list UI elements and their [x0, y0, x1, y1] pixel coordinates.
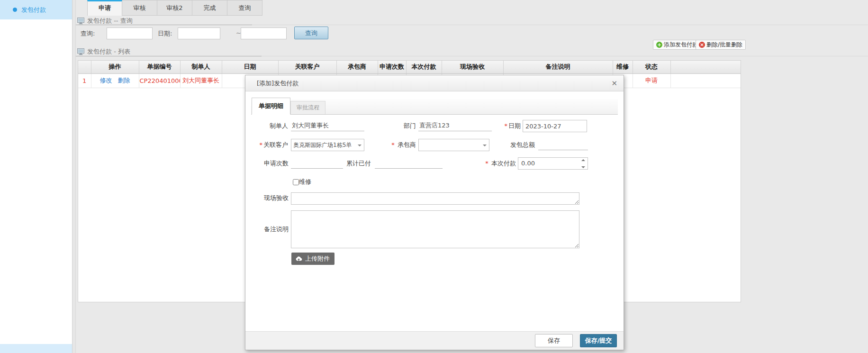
header-spacer: [670, 61, 741, 73]
delete-button-label: 删除/批量删除: [706, 41, 742, 49]
date-from-input[interactable]: [178, 27, 220, 39]
header-status: 状态: [633, 61, 670, 73]
date-to-input[interactable]: [241, 27, 287, 39]
row-doc-no: CP2204010001: [139, 73, 180, 88]
row-status: 申请: [633, 73, 670, 88]
client-select[interactable]: 奥克斯国际广场1栋5单: [291, 139, 364, 151]
save-submit-button[interactable]: 保存/提交: [580, 334, 617, 347]
header-creator: 制单人: [180, 61, 222, 73]
upload-button-label: 上传附件: [305, 254, 330, 263]
cross-circle-icon: ×: [699, 42, 705, 48]
dialog-title: [添加]发包付款: [257, 80, 298, 87]
client-select-value: 奥克斯国际广场1栋5单: [293, 142, 352, 148]
delete-batch-button[interactable]: × 删除/批量删除: [696, 40, 746, 50]
header-payment: 本次付款: [406, 61, 442, 73]
maker-label: 制单人: [245, 120, 288, 132]
repair-label: 维修: [299, 178, 311, 186]
list-section-title: 发包付款 - 列表: [87, 47, 130, 56]
tab-apply[interactable]: 申请: [87, 0, 122, 16]
row-creator: 刘大同董事长: [180, 73, 222, 88]
row-actions: 修改 删除: [91, 73, 139, 88]
header-rownum: [78, 61, 91, 73]
tab-review2[interactable]: 审核2: [157, 0, 192, 16]
keyword-input[interactable]: [107, 27, 153, 39]
tab-review[interactable]: 审核: [122, 0, 157, 16]
query-section-title: 发包付款 -- 查询: [87, 17, 133, 25]
date-label: 日期:: [158, 29, 172, 38]
paid-total-label: 累计已付: [324, 157, 371, 170]
header-date: 日期: [222, 61, 278, 73]
monitor-icon: [77, 48, 84, 55]
divider-line: [76, 56, 868, 56]
divider-line: [76, 25, 868, 25]
spinner-up-icon[interactable]: [579, 158, 588, 163]
sidebar-item-contract-payment[interactable]: 发包付款: [0, 0, 72, 19]
header-apply-times: 申请次数: [378, 61, 406, 73]
query-bar: 查询: 日期: ~ 查询: [0, 27, 868, 40]
plus-circle-icon: +: [656, 42, 662, 48]
dialog-tabs: 单据明细 审批流程: [251, 99, 618, 115]
payment-stepper[interactable]: 0.00: [518, 157, 588, 170]
apply-times-label: 申请次数: [245, 157, 289, 170]
header-actions: 操作: [91, 61, 139, 73]
payment-value: 0.00: [521, 158, 535, 169]
add-contract-payment-button[interactable]: + 添加发包付款: [653, 40, 701, 50]
sidebar-bottom-strip: [0, 344, 72, 353]
payment-label: * 本次付款: [469, 157, 516, 170]
app-window: 发包付款 申请 审核 审核2 完成 查询 发包付款 -- 查询 查询: 日期: …: [0, 0, 868, 353]
header-remark: 备注说明: [503, 61, 613, 73]
chevron-down-icon: [358, 145, 362, 148]
list-section-header: 发包付款 - 列表: [77, 47, 130, 56]
spinner: [579, 158, 588, 169]
header-doc-no: 单据编号: [139, 61, 180, 73]
header-contractor: 承包商: [336, 61, 378, 73]
tab-complete[interactable]: 完成: [192, 0, 227, 16]
contractor-label: * 承包商: [369, 139, 416, 151]
chevron-down-icon: [483, 145, 487, 148]
repair-checkbox-row: 维修: [293, 178, 311, 186]
date-field-label: *日期: [473, 120, 521, 132]
table-header-row: 操作 单据编号 制单人 日期 关联客户 承包商 申请次数 本次付款 现场验收 备…: [78, 61, 741, 73]
add-payment-dialog: [添加]发包付款 ✕ 单据明细 审批流程 制单人 部门 *日期 *关联客户 奥克…: [245, 75, 624, 350]
acceptance-label: 现场验收: [245, 192, 289, 204]
keyword-label: 查询:: [81, 29, 95, 38]
close-icon[interactable]: ✕: [611, 79, 617, 88]
sidebar-divider: [72, 0, 76, 353]
edit-link[interactable]: 修改: [99, 77, 112, 84]
bullet-dot-icon: [13, 8, 17, 12]
total-label: 发包总额: [488, 139, 535, 151]
acceptance-textarea[interactable]: [291, 192, 579, 205]
save-button[interactable]: 保存: [535, 334, 573, 347]
header-repair: 维修: [613, 61, 633, 73]
total-input[interactable]: [538, 139, 588, 150]
tab-doc-detail[interactable]: 单据明细: [252, 98, 290, 115]
header-client: 关联客户: [278, 61, 336, 73]
dialog-titlebar: [添加]发包付款 ✕: [245, 75, 624, 91]
add-button-label: 添加发包付款: [664, 41, 698, 49]
query-section-header: 发包付款 -- 查询: [77, 17, 133, 25]
tab-search[interactable]: 查询: [227, 0, 262, 16]
remark-label: 备注说明: [245, 223, 289, 235]
paid-total-input[interactable]: [375, 157, 443, 169]
monitor-icon: [77, 18, 84, 24]
sidebar-item-label: 发包付款: [21, 6, 46, 14]
tab-approval-flow[interactable]: 审批流程: [290, 101, 326, 114]
upload-attachment-button[interactable]: 上传附件: [291, 253, 335, 265]
row-index: 1: [78, 73, 91, 88]
sidebar: 发包付款: [0, 0, 72, 353]
contractor-select[interactable]: [418, 139, 489, 151]
dept-label: 部门: [369, 120, 416, 132]
repair-checkbox[interactable]: [293, 179, 299, 185]
dialog-footer: 保存 保存/提交: [245, 331, 624, 350]
date-field-input[interactable]: [523, 120, 587, 132]
delete-link[interactable]: 删除: [118, 77, 130, 84]
maker-input[interactable]: [291, 120, 364, 131]
spinner-down-icon[interactable]: [579, 163, 588, 169]
workflow-tabs: 申请 审核 审核2 完成 查询: [87, 0, 262, 16]
upload-cloud-icon: [295, 256, 302, 262]
row-spacer: [670, 73, 741, 88]
search-button[interactable]: 查询: [294, 27, 328, 39]
client-label: *关联客户: [245, 139, 288, 151]
header-acceptance: 现场验收: [442, 61, 503, 73]
remark-textarea[interactable]: [291, 210, 579, 248]
